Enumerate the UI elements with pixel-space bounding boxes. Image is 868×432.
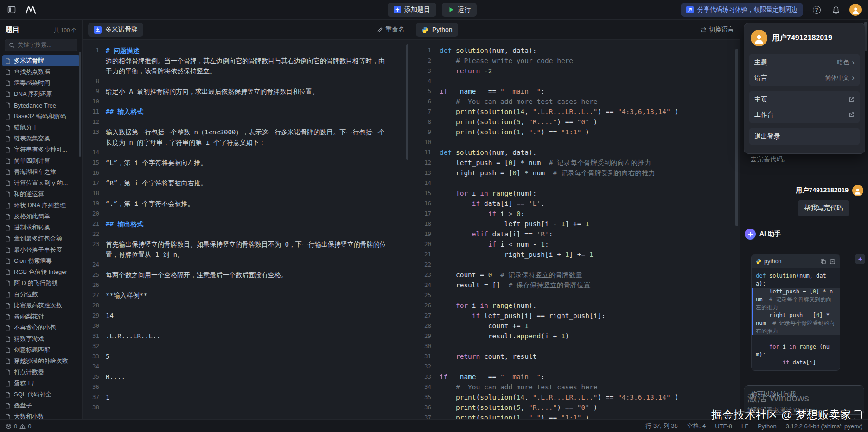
problem-list-item[interactable]: DNA 序列还原 — [2, 89, 80, 100]
problem-list-item[interactable]: 和的逆运算 — [2, 189, 80, 200]
description-row: 11## 输入格式 — [83, 107, 410, 117]
menu-item-language[interactable]: 语言 简体中文› — [749, 70, 860, 85]
problem-list-item[interactable]: 字符串有多少种可... — [2, 144, 80, 155]
description-row: 371 — [83, 392, 410, 402]
add-icon — [394, 6, 401, 13]
help-icon[interactable]: ? — [811, 4, 823, 16]
problem-list-item[interactable]: SQL 代码补全 — [2, 389, 80, 400]
description-row: 19“.”，第 i 个字符不会被推。 — [83, 198, 410, 209]
problem-list-item[interactable]: RGB 色值转 Integer — [2, 267, 80, 278]
problem-list-item[interactable]: 叠盘子 — [2, 400, 80, 411]
problem-list-item[interactable]: 大数和小数 — [2, 411, 80, 419]
notifications-bell-icon[interactable] — [830, 4, 842, 16]
problem-list-item[interactable]: Base32 编码和解码 — [2, 111, 80, 122]
problem-list-item[interactable]: 蛋糕工厂 — [2, 378, 80, 389]
eol[interactable]: LF — [741, 423, 748, 430]
user-message-bubble: 帮我写完代码 — [798, 200, 849, 216]
sidebar-title: 题目 — [6, 25, 19, 34]
app-logo[interactable] — [25, 4, 37, 16]
problem-list-item[interactable]: 不再贪心的小包 — [2, 322, 80, 333]
insert-code-icon[interactable] — [830, 259, 836, 265]
editor-line: 36 print(solution(5, "R....") == "0" ) — [410, 402, 740, 413]
document-icon — [5, 347, 11, 353]
menu-item-workspace[interactable]: 工作台 — [749, 107, 860, 122]
rename-button[interactable]: 重命名 — [377, 25, 405, 34]
language-mode[interactable]: Python — [758, 423, 776, 430]
chat-user-avatar — [852, 185, 863, 196]
problem-item-label: 及格如此简单 — [14, 212, 50, 221]
editor-line: 31 return count, result — [410, 351, 740, 362]
cursor-position[interactable]: 行 37, 列 38 — [645, 422, 677, 430]
copy-icon[interactable] — [820, 259, 826, 265]
problem-list-item[interactable]: 链表聚集交换 — [2, 133, 80, 144]
menu-item-theme[interactable]: 主题 暗色› — [749, 55, 860, 70]
problem-list-item[interactable]: 穿越沙漠的补给次数 — [2, 356, 80, 367]
problem-item-label: 打点计数器 — [14, 368, 44, 376]
problem-list-item[interactable]: 查找热点数据 — [2, 66, 80, 77]
description-scrollbar[interactable] — [406, 44, 408, 160]
menu-item-home[interactable]: 主页 — [749, 92, 860, 107]
switch-language-button[interactable]: ⇄ 切换语言 — [700, 25, 734, 34]
problem-list-item[interactable]: Cion 勒索病毒 — [2, 255, 80, 267]
share-banner-button[interactable]: 分享代码练习体验，领限量定制周边 — [681, 3, 803, 17]
language-tab[interactable]: Python — [416, 23, 458, 37]
problem-list-item[interactable]: 打点计数器 — [2, 367, 80, 378]
problem-list-item[interactable]: 环状 DNA 序列整理 — [2, 200, 80, 211]
document-icon — [5, 392, 11, 398]
magic-wand-button[interactable] — [855, 254, 865, 264]
sidebar-toggle-icon[interactable] — [6, 4, 18, 16]
external-link-icon — [849, 96, 855, 102]
problem-list-item[interactable]: 进制求和转换 — [2, 222, 80, 233]
document-icon — [5, 369, 11, 375]
warnings-indicator[interactable]: 0 — [19, 423, 31, 430]
problem-list-item[interactable]: 比赛最高获胜次数 — [2, 300, 80, 311]
errors-indicator[interactable]: 0 — [6, 423, 17, 430]
problem-item-label: 多米诺骨牌 — [14, 57, 44, 65]
problem-list-item[interactable]: 计算位置 x 到 y 的... — [2, 178, 80, 189]
problem-list-item[interactable]: 猫鼠分干 — [2, 122, 80, 133]
description-tab[interactable]: 多米诺骨牌 — [88, 23, 143, 37]
problem-list-item[interactable]: 猜数字游戏 — [2, 333, 80, 344]
editor-line: 22 — [410, 260, 740, 270]
app-window: 添加题目 运行 分享代码练习体验，领限量定制周边 ? — [0, 0, 868, 432]
document-icon — [5, 214, 11, 220]
interpreter[interactable]: 3.12.2 64-bit ('shims': pyenv) — [786, 423, 862, 430]
description-row: 边的相邻骨牌推倒。当一个骨牌，其左边倒向它的骨牌数目与其右边倒向它的骨牌数目相等… — [83, 56, 410, 66]
language-label: Python — [432, 26, 453, 33]
chat-input[interactable]: 你可以随时问我 — [744, 385, 864, 415]
description-editor[interactable]: 1# 问题描述边的相邻骨牌推倒。当一个骨牌，其左边倒向它的骨牌数目与其右边倒向它… — [83, 40, 410, 419]
problem-item-label: Bytedance Tree — [14, 102, 56, 109]
editor-line: 19 elif data[i] == 'R': — [410, 229, 740, 239]
add-problem-button[interactable]: 添加题目 — [388, 3, 436, 17]
problem-list-item[interactable]: 百分位数 — [2, 289, 80, 300]
problem-list-item[interactable]: 简单四则计算 — [2, 155, 80, 166]
indentation[interactable]: 空格: 4 — [687, 422, 706, 430]
problem-list-item[interactable]: Bytedance Tree — [2, 100, 80, 111]
problem-list-item[interactable]: 创意标题匹配 — [2, 344, 80, 356]
code-editor[interactable]: 1def solution(num, data):2 # Please writ… — [410, 40, 740, 419]
problem-list-item[interactable]: 阿 D 的飞行路线 — [2, 278, 80, 289]
problem-list-item[interactable]: 及格如此简单 — [2, 211, 80, 222]
editor-line: 37 print(solution(1, ".") == "1:1" ) — [410, 413, 740, 419]
user-avatar[interactable] — [849, 4, 862, 16]
description-row: 12 — [83, 117, 410, 127]
problem-list-item[interactable]: 多米诺骨牌 — [2, 55, 80, 66]
search-input[interactable]: 关键字搜索... — [5, 39, 77, 51]
chevron-right-icon: › — [852, 58, 855, 66]
sidebar-scrollbar[interactable] — [79, 52, 81, 157]
description-row: 335 — [83, 351, 410, 362]
problem-list-item[interactable]: 拿到最多红包金额 — [2, 233, 80, 244]
description-row: 31.L.R...LR..L.. — [83, 331, 410, 341]
editor-scrollbar[interactable] — [735, 49, 738, 226]
problem-list-item[interactable]: 最小替换子串长度 — [2, 244, 80, 255]
run-button[interactable]: 运行 — [442, 3, 477, 17]
document-icon — [5, 358, 11, 364]
document-icon — [5, 91, 11, 97]
python-icon — [421, 26, 428, 33]
problem-list-item[interactable]: 病毒感染时间 — [2, 77, 80, 89]
encoding[interactable]: UTF-8 — [715, 423, 732, 430]
problem-list-item[interactable]: 暴雨梨花针 — [2, 311, 80, 322]
problem-list-item[interactable]: 青海湖租车之旅 — [2, 166, 80, 178]
document-icon — [5, 303, 11, 309]
menu-item-logout[interactable]: 退出登录 — [749, 129, 860, 144]
